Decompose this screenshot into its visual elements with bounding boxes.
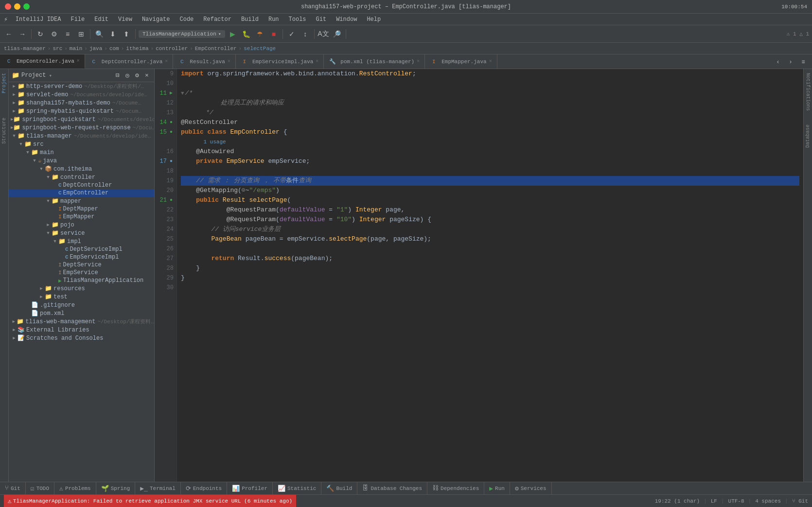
tab-close-result[interactable]: × — [228, 59, 230, 64]
tab-close-empcontroller[interactable]: × — [77, 58, 80, 64]
run-config-selector[interactable]: TliasManagerApplication ▾ — [139, 30, 225, 38]
menu-refactor[interactable]: Refactor — [199, 15, 235, 24]
tree-empcontroller[interactable]: ▶ C EmpController — [9, 189, 154, 197]
tree-deptserviceimpl[interactable]: ▶ C DeptServiceImpl — [9, 245, 154, 253]
git-push-button[interactable]: ⬆ — [121, 28, 132, 40]
menu-tools[interactable]: Tools — [285, 15, 310, 24]
encoding[interactable]: UTF-8 — [728, 498, 744, 504]
tree-empservice[interactable]: ▶ I EmpService — [9, 269, 154, 277]
bc-com[interactable]: com — [109, 46, 119, 52]
tree-src[interactable]: ▼ 📁 src — [9, 140, 154, 148]
bc-src[interactable]: src — [53, 46, 62, 52]
menu-intellij[interactable]: IntelliJ IDEA — [12, 15, 65, 24]
bc-main[interactable]: main — [70, 46, 82, 52]
tree-springboot-quickstart[interactable]: ▶ 📁 springboot-quickstart ~/Documents/de… — [9, 115, 154, 123]
layout-button[interactable]: ⊞ — [75, 28, 87, 40]
vertical-tab-project[interactable]: Project — [0, 71, 8, 95]
tree-spring-mybatis[interactable]: ▶ 📁 spring-mybatis-quickstart ~/Docum… — [9, 107, 154, 115]
tree-java[interactable]: ▼ ☕ java — [9, 157, 154, 165]
back-button[interactable]: ← — [3, 28, 15, 40]
tree-deptcontroller[interactable]: ▶ C DeptController — [9, 181, 154, 189]
error-status[interactable]: ⚠ TliasManagerApplication: Failed to ret… — [4, 495, 296, 507]
settings-button[interactable]: ⚙ — [48, 28, 60, 40]
update-button[interactable]: ↕ — [300, 28, 311, 40]
minimize-button[interactable] — [14, 3, 20, 10]
run-button[interactable]: ▶ — [227, 28, 239, 40]
bt-profiler[interactable]: 📊 Profiler — [227, 482, 273, 494]
bc-tlias-manager[interactable]: tlias-manager — [4, 46, 46, 52]
tab-empcontroller[interactable]: C EmpController.java × — [0, 54, 85, 69]
tree-gitignore[interactable]: ▶ 📄 .gitignore — [9, 301, 154, 309]
tab-empmapper[interactable]: I EmpMapper.java × — [425, 54, 497, 69]
stop-button[interactable]: ■ — [268, 28, 280, 40]
menu-window[interactable]: Window — [332, 15, 361, 24]
close-button[interactable] — [5, 3, 11, 10]
tree-springboot-web[interactable]: ▶ 📁 springboot-web-request-response ~/Do… — [9, 123, 154, 132]
tree-tliasmgrapp[interactable]: ▶ ▶ TliasManagerApplication — [9, 277, 154, 284]
bt-run[interactable]: ▶ Run — [484, 482, 510, 494]
tree-shanghai157-mybatis[interactable]: ▶ 📁 shanghai157-mybatis-demo ~/Docume… — [9, 99, 154, 107]
forward-button[interactable]: → — [17, 28, 28, 40]
line-ending[interactable]: LF — [711, 498, 717, 504]
git-branch[interactable]: ⑂ Git — [792, 498, 808, 504]
notifications-tab[interactable]: Notifications — [804, 71, 812, 113]
menu-navigate[interactable]: Navigate — [138, 15, 174, 24]
code-content[interactable]: 9 10 11▶ 12 13 14● 15● 16 17● 18 19 20 2… — [155, 69, 803, 482]
bt-db-changes[interactable]: 🗄 Database Changes — [357, 482, 427, 494]
bc-controller[interactable]: controller — [156, 46, 188, 52]
tree-resources[interactable]: ▶ 📁 resources — [9, 284, 154, 293]
menu-code[interactable]: Code — [176, 15, 198, 24]
bt-build[interactable]: 🔨 Build — [321, 482, 357, 494]
git-pull-button[interactable]: ⬇ — [107, 28, 119, 40]
debug-button[interactable]: 🐛 — [241, 28, 252, 40]
bt-services[interactable]: ⚙ Services — [510, 482, 552, 494]
bt-todo[interactable]: ☑ TODO — [26, 482, 54, 494]
tree-tlias-manager[interactable]: ▼ 📁 tlias-manager ~/Documents/develop/id… — [9, 132, 154, 140]
tree-impl[interactable]: ▼ 📁 impl — [9, 237, 154, 245]
tree-main[interactable]: ▼ 📁 main — [9, 148, 154, 157]
fold-icon[interactable]: ▼ — [181, 88, 184, 98]
tree-controller[interactable]: ▼ 📁 controller — [9, 173, 154, 181]
bt-statistic[interactable]: 📈 Statistic — [273, 482, 321, 494]
tab-close-deptcontroller[interactable]: × — [165, 59, 168, 64]
bc-empcontroller[interactable]: EmpController — [195, 46, 237, 52]
bt-terminal[interactable]: ▶_ Terminal — [135, 482, 180, 494]
menu-git[interactable]: Git — [312, 15, 331, 24]
cursor-position[interactable]: 19:22 (1 char) — [655, 498, 700, 504]
tree-com-itheima[interactable]: ▼ 📦 com.itheima — [9, 165, 154, 173]
menu-edit[interactable]: Edit — [90, 15, 112, 24]
tab-result[interactable]: C Result.java × — [173, 54, 236, 69]
bt-endpoints[interactable]: ⟳ Endpoints — [181, 482, 227, 494]
translate-button[interactable]: A文 — [318, 28, 329, 40]
collapse-all-button[interactable]: ⊟ — [113, 71, 122, 80]
locate-button[interactable]: ◎ — [123, 71, 132, 80]
bc-itheima[interactable]: itheima — [126, 46, 148, 52]
tab-close-empserviceimpl[interactable]: × — [316, 59, 318, 64]
tab-close-empmapper[interactable]: × — [489, 59, 492, 64]
tree-deptservice[interactable]: ▶ I DeptService — [9, 261, 154, 269]
tab-deptcontroller[interactable]: C DeptController.java × — [85, 54, 173, 69]
bt-dependencies[interactable]: ⛓ Dependencies — [427, 482, 484, 494]
tree-deptmapper[interactable]: ▶ I DeptMapper — [9, 205, 154, 213]
maximize-button[interactable] — [23, 3, 30, 10]
menu-view[interactable]: View — [114, 15, 136, 24]
menu-help[interactable]: Help — [363, 15, 385, 24]
tree-service[interactable]: ▼ 📁 service — [9, 229, 154, 237]
close-panel-button[interactable]: × — [142, 71, 151, 80]
menu-build[interactable]: Build — [237, 15, 263, 24]
vertical-tab-structure[interactable]: Structure — [0, 116, 8, 146]
tree-servlet-demo[interactable]: ▶ 📁 servlet-demo ~/Documents/develop/ide… — [9, 90, 154, 99]
tree-mapper[interactable]: ▼ 📁 mapper — [9, 197, 154, 205]
menu-run[interactable]: Run — [265, 15, 283, 24]
settings-tree-button[interactable]: ⚙ — [133, 71, 141, 80]
tab-scroll-left[interactable]: ‹ — [772, 56, 784, 68]
tree-http-server-demo[interactable]: ▶ 📁 http-server-demo ~/Desktop/课程资料/… — [9, 82, 154, 90]
tree-test[interactable]: ▶ 📁 test — [9, 293, 154, 301]
bc-java[interactable]: java — [89, 46, 102, 52]
database-tab[interactable]: Database — [804, 122, 812, 150]
indent-info[interactable]: 4 spaces — [755, 498, 781, 504]
tree-empserviceimpl[interactable]: ▶ C EmpServiceImpl — [9, 253, 154, 261]
tree-external-libs[interactable]: ▶ 📚 External Libraries — [9, 326, 154, 334]
tree-scratches[interactable]: ▶ 📝 Scratches and Consoles — [9, 334, 154, 342]
search-button[interactable]: 🔍 — [93, 28, 105, 40]
